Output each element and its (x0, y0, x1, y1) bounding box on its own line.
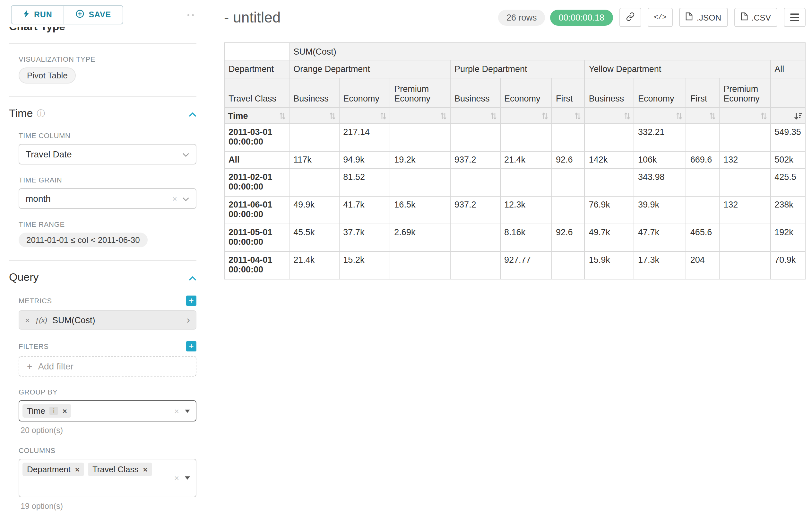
metric-chip[interactable]: × ƒ(x) SUM(Cost) › (19, 310, 196, 330)
time-grain-label: TIME GRAIN (19, 176, 196, 184)
remove-tag-icon[interactable]: × (75, 465, 80, 474)
run-button[interactable]: RUN (11, 5, 64, 24)
add-filter-button[interactable]: + Add filter (19, 356, 196, 377)
sort-arrows-icon (329, 112, 336, 119)
travel-class-header: Economy (500, 78, 552, 108)
column-sort-header[interactable] (450, 108, 500, 124)
chart-title[interactable]: - untitled (224, 9, 281, 26)
time-row-header: All (224, 151, 289, 169)
columns-tag[interactable]: Travel Class × (88, 463, 152, 476)
pivot-cell: 343.98 (634, 169, 686, 196)
column-sort-header[interactable] (770, 108, 805, 124)
pivot-row: 2011-02-01 00:00:0081.52343.98425.5 (224, 169, 805, 196)
pivot-cell (289, 169, 339, 196)
caret-down-icon (185, 409, 190, 412)
visualization-type-label: VISUALIZATION TYPE (19, 55, 196, 63)
query-section-header[interactable]: Query (9, 271, 196, 284)
pivot-cell (686, 169, 720, 196)
sort-arrows-icon (676, 112, 683, 119)
chevron-up-icon[interactable] (189, 107, 196, 120)
group-by-tag[interactable]: Time i × (23, 404, 71, 417)
pivot-row: 2011-05-01 00:00:0045.5k37.7k2.69k8.16k9… (224, 224, 805, 251)
column-sort-header[interactable] (289, 108, 339, 124)
action-buttons-row: RUN SAVE (11, 5, 196, 24)
pivot-cell: 94.9k (339, 151, 390, 169)
remove-tag-icon[interactable]: × (63, 406, 67, 415)
query-section-title: Query (9, 271, 39, 284)
chevron-right-icon[interactable]: › (186, 315, 190, 325)
clear-icon[interactable]: × (174, 473, 179, 483)
pivot-cell: 37.7k (339, 224, 390, 251)
chart-type-heading: Chart Type (9, 27, 65, 33)
group-by-tag-label: Time (27, 406, 45, 416)
row-count-badge: 26 rows (498, 9, 545, 25)
sort-desc-icon (794, 112, 802, 119)
column-sort-header[interactable] (552, 108, 585, 124)
column-sort-header[interactable] (585, 108, 634, 124)
sort-arrows-icon (440, 112, 447, 119)
time-axis-sort-header[interactable]: Time (224, 108, 289, 124)
time-column-select[interactable]: Travel Date (19, 144, 196, 164)
time-row-header: 2011-06-01 00:00:00 (224, 196, 289, 224)
caret-down-icon (185, 477, 190, 480)
chevron-down-icon (182, 193, 190, 204)
time-axis-label: Time (228, 111, 248, 120)
pivot-cell: 204 (686, 251, 720, 279)
function-icon: ƒ(x) (35, 316, 47, 324)
columns-tag[interactable]: Department × (23, 463, 84, 476)
pivot-cell: 669.6 (686, 151, 720, 169)
time-range-pill[interactable]: 2011-01-01 ≤ col < 2011-06-30 (19, 233, 148, 247)
pivot-cell: 70.9k (770, 251, 805, 279)
pivot-cell: 549.35 (770, 124, 805, 151)
clear-icon[interactable]: × (174, 406, 179, 416)
metric-header-row: SUM(Cost) (224, 43, 805, 60)
column-sort-header[interactable] (719, 108, 770, 124)
pivot-cell (552, 124, 585, 151)
pivot-cell (450, 124, 500, 151)
column-sort-header[interactable] (686, 108, 720, 124)
view-query-button[interactable]: </> (647, 8, 673, 27)
export-json-button[interactable]: .JSON (679, 8, 728, 27)
columns-select[interactable]: Department × Travel Class × × (19, 459, 196, 497)
sort-arrows-icon (760, 112, 767, 119)
menu-button[interactable] (784, 8, 806, 27)
pivot-cell (552, 251, 585, 279)
column-sort-header[interactable] (390, 108, 450, 124)
metric-header: SUM(Cost) (289, 43, 805, 60)
travel-class-axis-label: Travel Class (224, 78, 289, 108)
visualization-type-pill[interactable]: Pivot Table (19, 67, 76, 83)
save-button[interactable]: SAVE (64, 5, 123, 24)
chart-panel: - untitled 26 rows 00:00:00.18 </> (207, 0, 812, 514)
pivot-cell: 49.9k (289, 196, 339, 224)
clear-icon[interactable]: × (172, 194, 177, 204)
department-header-row: DepartmentOrange DepartmentPurple Depart… (224, 60, 805, 78)
bolt-icon (23, 10, 30, 20)
add-metric-button[interactable]: + (186, 296, 196, 306)
column-sort-header[interactable] (634, 108, 686, 124)
pivot-cell (450, 251, 500, 279)
export-csv-button[interactable]: .CSV (734, 8, 777, 27)
remove-tag-icon[interactable]: × (143, 465, 147, 474)
chevron-up-icon[interactable] (189, 271, 196, 284)
plus-icon: + (27, 361, 32, 371)
group-by-select[interactable]: Time i × × (19, 400, 196, 422)
pivot-cell (390, 169, 450, 196)
pivot-cell (450, 224, 500, 251)
pivot-cell: 2.69k (390, 224, 450, 251)
time-row-header: 2011-04-01 00:00:00 (224, 251, 289, 279)
pivot-cell: 76.9k (585, 196, 634, 224)
add-filter-plus-button[interactable]: + (186, 341, 196, 351)
pivot-cell (686, 196, 720, 224)
export-csv-label: .CSV (751, 12, 771, 22)
share-link-button[interactable] (619, 8, 641, 27)
column-sort-header[interactable] (500, 108, 552, 124)
department-header: Purple Department (450, 60, 585, 78)
time-column-value: Travel Date (26, 149, 182, 159)
remove-metric-icon[interactable]: × (25, 315, 30, 325)
pivot-cell: 19.2k (390, 151, 450, 169)
export-json-label: .JSON (697, 12, 722, 22)
column-sort-header[interactable] (339, 108, 390, 124)
sort-arrows-icon (709, 112, 716, 119)
time-section-header[interactable]: Time ⓘ (9, 107, 196, 120)
time-grain-select[interactable]: month × (19, 188, 196, 209)
